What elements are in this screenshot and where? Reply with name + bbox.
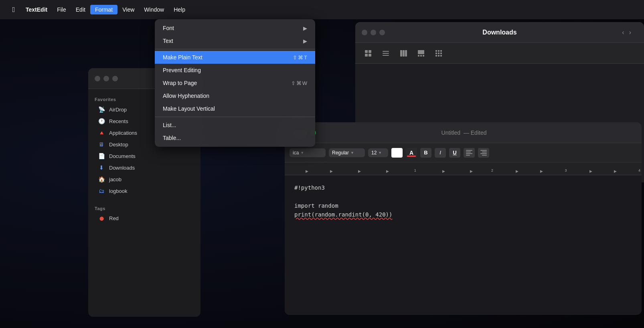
menu-item-allow-hyphenation[interactable]: Allow Hyphenation [155, 89, 315, 102]
style-selector[interactable]: Regular ▼ [329, 148, 365, 157]
sidebar-item-red[interactable]: ⬤ Red [91, 213, 197, 224]
align-left-button[interactable] [464, 148, 475, 158]
minimize-button[interactable] [371, 30, 376, 35]
sidebar-item-logbook[interactable]: 🗂 logbook [91, 185, 197, 196]
apple-icon:  [12, 6, 15, 14]
menubar-edit[interactable]: Edit [71, 5, 90, 14]
svg-rect-2 [365, 54, 368, 57]
menubar-help[interactable]: Help [169, 5, 190, 14]
menu-item-make-plain-text[interactable]: Make Plain Text ⇧ ⌘ T [155, 51, 315, 64]
svg-rect-23 [466, 150, 472, 151]
menu-item-font[interactable]: Font ▶ [155, 22, 315, 34]
desktop-icon: 🖥 [98, 141, 105, 148]
menubar-app-name[interactable]: TextEdit [21, 5, 52, 14]
svg-rect-21 [438, 55, 439, 57]
underline-button[interactable]: U [449, 148, 460, 158]
maximize-button[interactable] [379, 30, 385, 35]
code-line-2 [294, 192, 632, 201]
tags-section-title: Tags [88, 203, 200, 213]
size-selector[interactable]: 12 ▼ [368, 148, 388, 157]
svg-rect-20 [435, 55, 437, 57]
document-status: — Edited [464, 130, 487, 136]
format-dropdown-menu: Font ▶ Text ▶ Make Plain Text ⇧ ⌘ T Prev… [155, 19, 315, 147]
list-label: List... [163, 122, 307, 128]
svg-rect-16 [440, 50, 442, 52]
ruler-label-4: 4 [638, 168, 640, 172]
menu-item-make-layout-vertical[interactable]: Make Layout Vertical [155, 102, 315, 115]
finder-traffic-lights [95, 76, 118, 81]
font-chevron-icon: ▼ [300, 151, 304, 155]
menu-item-text[interactable]: Text ▶ [155, 34, 315, 47]
grid-view-button[interactable] [432, 47, 445, 60]
svg-rect-17 [435, 53, 437, 54]
cmd-symbol-2: ⌘ [296, 80, 302, 86]
svg-rect-5 [383, 53, 389, 54]
svg-rect-18 [438, 53, 439, 54]
ruler-tick-10: ▶ [614, 169, 617, 173]
downloads-titlebar: ‹ › Downloads [355, 22, 644, 43]
ruler-tick-5: ▶ [442, 169, 445, 173]
t-key: T [304, 55, 307, 61]
finder-close-button[interactable] [95, 76, 100, 81]
ruler-inner: ▶ ▶ ▶ ▶ 1 ▶ ▶ 2 ▶ ▶ 3 ▶ ▶ 4 [288, 162, 638, 175]
align-right-button[interactable] [478, 148, 489, 158]
svg-rect-19 [440, 53, 442, 54]
svg-rect-0 [365, 50, 368, 53]
menubar-file[interactable]: File [52, 5, 71, 14]
size-chevron-icon: ▼ [378, 151, 382, 155]
logbook-icon: 🗂 [98, 188, 105, 194]
menu-item-list[interactable]: List... [155, 119, 315, 132]
forward-button[interactable]: › [629, 29, 631, 36]
svg-rect-24 [466, 152, 471, 152]
sidebar-item-documents[interactable]: 📄 Documents [91, 150, 197, 162]
sidebar-item-jacob[interactable]: 🏠 jacob [91, 174, 197, 185]
text-submenu-arrow: ▶ [303, 38, 307, 44]
svg-rect-6 [383, 55, 389, 56]
ruler-tick-8: ▶ [540, 169, 543, 173]
text-color-picker[interactable]: A [406, 148, 417, 158]
menubar-format[interactable]: Format [90, 5, 117, 14]
sidebar-item-downloads[interactable]: ⬇ Downloads [91, 162, 197, 173]
background-color-picker[interactable] [391, 148, 403, 158]
svg-rect-30 [482, 155, 487, 156]
svg-rect-25 [466, 153, 472, 154]
downloads-icon: ⬇ [98, 164, 105, 171]
icon-view-button[interactable] [362, 47, 375, 60]
text-color-underline [407, 156, 416, 157]
jacob-label: jacob [109, 176, 122, 182]
font-selector[interactable]: ica ▼ [290, 148, 326, 157]
applications-label: Applications [109, 130, 137, 136]
menu-item-prevent-editing[interactable]: Prevent Editing [155, 64, 315, 77]
red-tag-icon: ⬤ [98, 216, 105, 221]
bold-button[interactable]: B [420, 148, 431, 158]
textedit-titlebar: Untitled — Edited [285, 122, 642, 143]
ruler-tick-6: ▶ [470, 169, 473, 173]
finder-minimize-button[interactable] [103, 76, 109, 81]
back-button[interactable]: ‹ [622, 29, 624, 36]
close-button[interactable] [362, 30, 367, 35]
code-line-4: print(random.randint(0, 420)) [294, 210, 632, 219]
gallery-view-button[interactable] [415, 47, 427, 60]
svg-rect-29 [480, 153, 487, 154]
column-view-button[interactable] [397, 47, 410, 60]
svg-rect-8 [403, 50, 405, 57]
svg-rect-13 [423, 55, 424, 57]
menu-separator-1 [155, 49, 315, 49]
svg-rect-12 [420, 55, 422, 57]
menu-item-wrap-to-page[interactable]: Wrap to Page ⇧ ⌘ W [155, 77, 315, 89]
menubar-view[interactable]: View [117, 5, 139, 14]
downloads-label: Downloads [109, 165, 135, 171]
textedit-content[interactable]: #!python3 import random print(random.ran… [285, 175, 642, 314]
svg-rect-10 [418, 50, 424, 54]
apple-menu[interactable]:  [6, 6, 21, 14]
airdrop-icon: 📡 [98, 106, 105, 113]
finder-maximize-button[interactable] [112, 76, 118, 81]
ruler-tick-3: ▶ [358, 169, 361, 173]
svg-rect-9 [405, 50, 407, 57]
menubar-window[interactable]: Window [139, 5, 169, 14]
menu-item-table[interactable]: Table... [155, 132, 315, 144]
italic-button[interactable]: I [435, 148, 446, 158]
list-view-button[interactable] [379, 47, 392, 60]
svg-rect-28 [482, 152, 487, 152]
wrap-to-page-label: Wrap to Page [163, 80, 291, 86]
